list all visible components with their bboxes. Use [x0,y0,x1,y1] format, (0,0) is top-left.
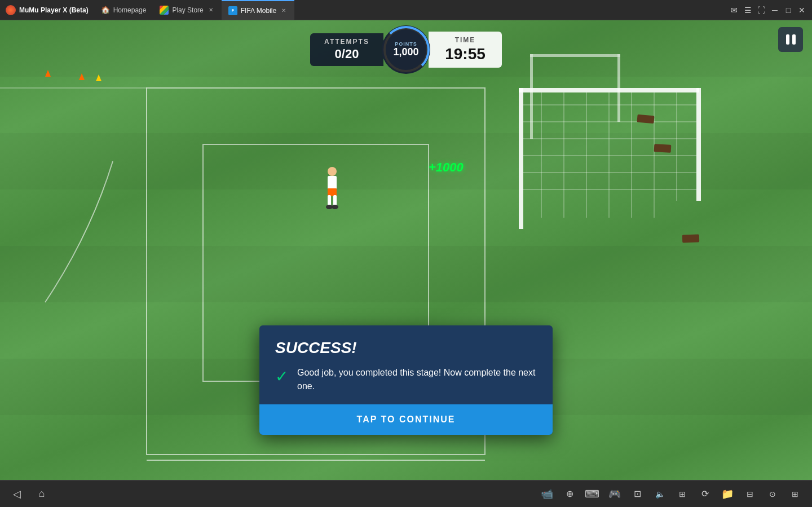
home-icon: 🏠 [101,6,110,14]
settings2-button[interactable]: ⊞ [674,486,690,502]
hud-attempts: ATTEMPTS 0/20 [310,33,383,66]
playstore-icon [160,6,169,15]
svg-rect-29 [328,188,337,196]
volume-button[interactable]: 🔈 [652,486,668,502]
fifa-icon: F [228,6,237,15]
app-name: MuMu Player X (Beta) [19,6,89,14]
keyboard-icon: ⌨ [585,488,599,500]
tap-to-continue-button[interactable]: TAP TO CONTINUE [259,404,553,435]
location-icon: ⊙ [769,490,776,499]
layout-icon: ⊞ [792,490,798,499]
maximize-button[interactable]: □ [783,5,794,16]
cone-1 [45,70,51,77]
cursor-button[interactable]: ⊕ [562,486,577,502]
hud-time: TIME 19:55 [429,32,502,68]
rotate-button[interactable]: ⟳ [697,486,713,502]
home-nav-icon: ⌂ [39,488,45,500]
hud-container: ATTEMPTS 0/20 POINTS 1,000 TIME 19:55 [310,27,502,72]
gamepad-button[interactable]: 🎮 [607,486,623,502]
cone-2 [79,73,85,80]
pause-bar-2 [792,34,796,45]
folder-icon: 📁 [721,488,734,500]
location-button[interactable]: ⊙ [765,486,780,502]
tab-homepage-label: Homepage [113,6,147,14]
home-nav-button[interactable]: ⌂ [34,486,50,502]
back-arrow-icon: ◁ [13,488,21,500]
app-logo-icon [6,5,16,15]
checkmark-icon: ✓ [275,367,288,386]
close-button[interactable]: ✕ [796,5,807,16]
modal-content: SUCCESS! ✓ Good job, you completed this … [259,325,553,404]
window-controls: ✉ ☰ ⛶ ─ □ ✕ [729,5,807,16]
back-arrow-button[interactable]: ◁ [9,486,25,502]
video-record-icon: 📹 [541,488,553,500]
tab-playstore-close[interactable]: ✕ [207,6,215,14]
svg-point-33 [332,205,338,209]
cursor-icon: ⊕ [566,488,573,499]
rotate-icon: ⟳ [701,488,709,499]
taskbar-right: 📹 ⊕ ⌨ 🎮 ⊡ 🔈 ⊞ ⟳ 📁 ⊟ ⊙ [539,486,803,502]
modal-message: Good job, you completed this stage! Now … [297,366,537,393]
far-goal-svg [519,49,632,150]
mail-button[interactable]: ✉ [729,5,740,16]
time-label: TIME [455,36,476,44]
title-bar-left: MuMu Player X (Beta) 🏠 Homepage Play Sto… [0,0,724,20]
bench-1 [637,114,654,124]
time-value: 19:55 [445,45,486,63]
menu-button[interactable]: ☰ [742,5,753,16]
video-record-button[interactable]: 📹 [539,486,555,502]
hud-points-circle: POINTS 1,000 [383,27,429,72]
tab-homepage[interactable]: 🏠 Homepage [94,0,153,20]
screenshot-button[interactable]: ⊡ [629,486,645,502]
cards-button[interactable]: ⊟ [742,486,758,502]
pause-bar-1 [786,34,789,45]
taskbar: ◁ ⌂ 📹 ⊕ ⌨ 🎮 ⊡ 🔈 ⊞ ⟳ 📁 [0,480,812,507]
attempts-value: 0/20 [335,47,359,61]
app-logo: MuMu Player X (Beta) [0,5,94,15]
bench-3 [682,234,699,243]
tab-fifa-close[interactable]: ✕ [280,7,288,15]
modal-body: ✓ Good job, you completed this stage! No… [275,366,537,393]
title-bar: MuMu Player X (Beta) 🏠 Homepage Play Sto… [0,0,812,20]
far-goal-posts [519,49,632,150]
folder-button[interactable]: 📁 [720,486,735,502]
modal-title: SUCCESS! [275,339,537,357]
gamepad-icon: 🎮 [608,488,621,500]
pause-button[interactable] [778,27,803,52]
svg-rect-24 [530,54,533,139]
svg-rect-25 [530,54,620,57]
attempts-label: ATTEMPTS [324,38,369,46]
game-area: +1000 ATTEMPTS 0/20 POINTS 1,000 TIME 19… [0,20,812,480]
cone-3 [96,74,102,81]
pause-icon [786,34,796,45]
tab-fifa[interactable]: F FIFA Mobile ✕ [222,0,294,20]
svg-rect-10 [696,88,701,201]
player-svg [318,166,346,211]
layout-button[interactable]: ⊞ [787,486,803,502]
svg-point-27 [328,167,337,176]
player-figure [318,166,346,213]
tab-playstore[interactable]: Play Store ✕ [153,0,221,20]
keyboard-button[interactable]: ⌨ [584,486,600,502]
title-bar-right: ✉ ☰ ⛶ ─ □ ✕ [724,5,812,16]
minimize-button[interactable]: ─ [769,5,780,16]
bench-2 [654,144,672,153]
cards-icon: ⊟ [747,490,753,499]
settings2-icon: ⊞ [679,490,686,499]
svg-rect-26 [617,54,620,122]
screenshot-icon: ⊡ [634,488,641,499]
points-label: POINTS [395,41,417,47]
volume-icon: 🔈 [655,490,665,499]
taskbar-left: ◁ ⌂ [9,486,50,502]
tab-playstore-label: Play Store [172,6,203,14]
tab-fifa-label: FIFA Mobile [241,7,276,15]
success-modal: SUCCESS! ✓ Good job, you completed this … [259,325,553,435]
points-value: 1,000 [393,47,418,58]
svg-rect-28 [328,176,337,189]
fullscreen-button[interactable]: ⛶ [756,5,767,16]
